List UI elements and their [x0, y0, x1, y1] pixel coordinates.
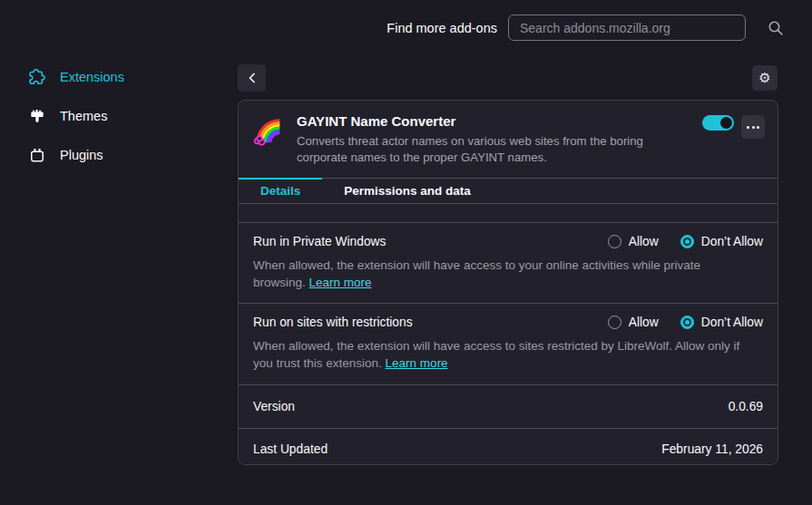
addon-detail-tabbar: Details Permissions and data [239, 178, 778, 204]
sidebar-item-label: Extensions [60, 70, 124, 84]
version-label: Version [253, 400, 295, 413]
run-on-restricted-sites-row: Run on sites with restrictions Allow Don… [239, 304, 778, 384]
toggle-knob [720, 117, 732, 129]
category-sidebar: Extensions Themes Plugins [0, 57, 238, 174]
paintbrush-icon [27, 106, 46, 125]
sidebar-item-label: Plugins [60, 148, 103, 162]
addon-description: Converts threat actor names on various w… [297, 133, 691, 167]
radio-checked-icon [680, 235, 694, 248]
last-updated-value: February 11, 2026 [661, 442, 763, 456]
sidebar-item-themes[interactable]: Themes [0, 96, 238, 135]
private-windows-label: Run in Private Windows [253, 235, 386, 248]
radio-label: Allow [629, 235, 659, 248]
restricted-sites-label: Run on sites with restrictions [253, 316, 413, 329]
restricted-allow-radio[interactable]: Allow [608, 316, 659, 329]
sidebar-item-plugins[interactable]: Plugins [0, 135, 238, 174]
restricted-dont-allow-radio[interactable]: Don’t Allow [680, 316, 763, 329]
tab-permissions-and-data[interactable]: Permissions and data [322, 179, 493, 203]
version-row: Version 0.0.69 [239, 385, 778, 429]
restricted-learn-more-link[interactable]: Learn more [386, 356, 448, 370]
addon-more-options-button[interactable] [741, 115, 765, 139]
addons-search-input[interactable] [509, 15, 745, 40]
addons-settings-button[interactable]: ⚙ [752, 65, 778, 91]
extension-enabled-toggle[interactable] [702, 115, 734, 131]
empty-section-strip [239, 204, 778, 223]
addons-search-box[interactable] [508, 15, 746, 41]
last-updated-row: Last Updated February 11, 2026 [239, 429, 778, 465]
puzzle-piece-icon [27, 67, 46, 86]
top-bar: Find more add-ons [0, 0, 812, 56]
plugin-socket-icon [27, 145, 46, 164]
radio-label: Allow [629, 316, 659, 329]
private-dont-allow-radio[interactable]: Don’t Allow [680, 235, 763, 248]
find-more-addons-label: Find more add-ons [386, 21, 497, 35]
run-in-private-windows-row: Run in Private Windows Allow Don’t Allow… [239, 223, 778, 304]
radio-label: Don’t Allow [701, 316, 763, 329]
radio-label: Don’t Allow [701, 235, 763, 248]
back-button[interactable] [238, 64, 266, 92]
radio-unchecked-icon [608, 316, 621, 329]
addon-card-header: GAYINT Name Converter Converts threat ac… [239, 101, 778, 178]
magnifier-icon [768, 20, 784, 36]
rainbow-icon [251, 114, 286, 149]
version-value: 0.0.69 [729, 400, 763, 413]
private-windows-description: When allowed, the extension will have ac… [253, 257, 748, 291]
private-allow-radio[interactable]: Allow [608, 235, 659, 248]
private-learn-more-link[interactable]: Learn more [309, 276, 372, 289]
sidebar-item-label: Themes [60, 109, 107, 123]
radio-unchecked-icon [608, 235, 621, 248]
chevron-left-icon [247, 73, 258, 83]
addon-title: GAYINT Name Converter [297, 113, 691, 129]
last-updated-label: Last Updated [253, 442, 328, 456]
search-submit-button[interactable] [766, 18, 786, 38]
restricted-sites-radio-group: Allow Don’t Allow [608, 316, 763, 329]
private-windows-radio-group: Allow Don’t Allow [608, 235, 763, 248]
sidebar-item-extensions[interactable]: Extensions [0, 57, 238, 96]
restricted-sites-description: When allowed, the extension will have ac… [253, 337, 748, 372]
radio-checked-icon [680, 316, 694, 329]
addon-detail-card: GAYINT Name Converter Converts threat ac… [238, 100, 778, 465]
gear-icon: ⚙ [758, 72, 770, 85]
addon-header-text: GAYINT Name Converter Converts threat ac… [297, 112, 691, 167]
addon-header-controls [702, 115, 765, 167]
ellipsis-icon [747, 126, 749, 129]
tab-details[interactable]: Details [239, 179, 322, 203]
